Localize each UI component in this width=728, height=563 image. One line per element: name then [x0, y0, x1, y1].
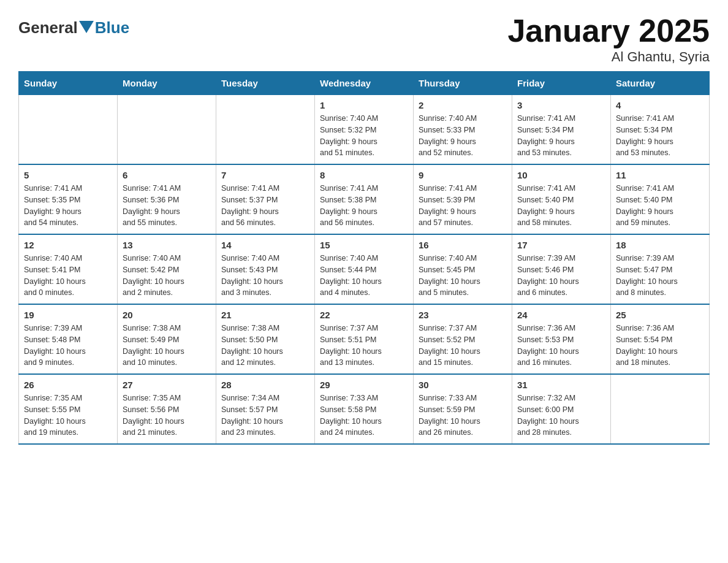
- day-info: Sunrise: 7:37 AMSunset: 5:52 PMDaylight:…: [419, 323, 507, 369]
- calendar-week-row: 1Sunrise: 7:40 AMSunset: 5:32 PMDaylight…: [19, 95, 710, 165]
- day-number: 28: [221, 380, 309, 390]
- day-info: Sunrise: 7:35 AMSunset: 5:55 PMDaylight:…: [24, 393, 112, 439]
- day-number: 27: [123, 380, 211, 390]
- day-info: Sunrise: 7:40 AMSunset: 5:44 PMDaylight:…: [320, 253, 408, 299]
- day-info: Sunrise: 7:40 AMSunset: 5:33 PMDaylight:…: [419, 113, 507, 159]
- day-info: Sunrise: 7:33 AMSunset: 5:58 PMDaylight:…: [320, 393, 408, 439]
- calendar-cell: 26Sunrise: 7:35 AMSunset: 5:55 PMDayligh…: [19, 374, 118, 444]
- calendar-header-row: SundayMondayTuesdayWednesdayThursdayFrid…: [19, 72, 710, 95]
- calendar-cell: 15Sunrise: 7:40 AMSunset: 5:44 PMDayligh…: [315, 234, 414, 304]
- calendar-cell: 1Sunrise: 7:40 AMSunset: 5:32 PMDaylight…: [315, 95, 414, 165]
- calendar-cell: 23Sunrise: 7:37 AMSunset: 5:52 PMDayligh…: [414, 304, 512, 374]
- day-number: 17: [517, 240, 605, 250]
- day-number: 2: [419, 100, 507, 110]
- calendar-week-row: 26Sunrise: 7:35 AMSunset: 5:55 PMDayligh…: [19, 374, 710, 444]
- day-info: Sunrise: 7:41 AMSunset: 5:36 PMDaylight:…: [123, 183, 211, 229]
- logo-triangle-icon: [79, 21, 94, 33]
- calendar-cell: 31Sunrise: 7:32 AMSunset: 6:00 PMDayligh…: [512, 374, 611, 444]
- day-number: 5: [24, 170, 112, 180]
- day-number: 21: [221, 310, 309, 320]
- calendar-cell: [611, 374, 710, 444]
- page-header: General Blue January 2025 Al Ghantu, Syr…: [18, 12, 710, 65]
- day-info: Sunrise: 7:41 AMSunset: 5:37 PMDaylight:…: [221, 183, 309, 229]
- day-number: 29: [320, 380, 408, 390]
- calendar-cell: [118, 95, 216, 165]
- day-info: Sunrise: 7:40 AMSunset: 5:41 PMDaylight:…: [24, 253, 112, 299]
- day-number: 31: [517, 380, 605, 390]
- day-number: 24: [517, 310, 605, 320]
- day-number: 25: [616, 310, 704, 320]
- col-header-thursday: Thursday: [414, 72, 512, 95]
- calendar-cell: 19Sunrise: 7:39 AMSunset: 5:48 PMDayligh…: [19, 304, 118, 374]
- day-number: 15: [320, 240, 408, 250]
- day-info: Sunrise: 7:34 AMSunset: 5:57 PMDaylight:…: [221, 393, 309, 439]
- day-info: Sunrise: 7:39 AMSunset: 5:48 PMDaylight:…: [24, 323, 112, 369]
- day-number: 23: [419, 310, 507, 320]
- day-info: Sunrise: 7:41 AMSunset: 5:39 PMDaylight:…: [419, 183, 507, 229]
- calendar-cell: 22Sunrise: 7:37 AMSunset: 5:51 PMDayligh…: [315, 304, 414, 374]
- day-info: Sunrise: 7:40 AMSunset: 5:42 PMDaylight:…: [123, 253, 211, 299]
- calendar-cell: 30Sunrise: 7:33 AMSunset: 5:59 PMDayligh…: [414, 374, 512, 444]
- day-number: 4: [616, 100, 704, 110]
- calendar-cell: 16Sunrise: 7:40 AMSunset: 5:45 PMDayligh…: [414, 234, 512, 304]
- calendar-cell: 29Sunrise: 7:33 AMSunset: 5:58 PMDayligh…: [315, 374, 414, 444]
- day-number: 12: [24, 240, 112, 250]
- day-number: 19: [24, 310, 112, 320]
- calendar-table: SundayMondayTuesdayWednesdayThursdayFrid…: [18, 71, 710, 445]
- calendar-cell: 10Sunrise: 7:41 AMSunset: 5:40 PMDayligh…: [512, 164, 611, 234]
- calendar-cell: 12Sunrise: 7:40 AMSunset: 5:41 PMDayligh…: [19, 234, 118, 304]
- day-number: 22: [320, 310, 408, 320]
- calendar-cell: 3Sunrise: 7:41 AMSunset: 5:34 PMDaylight…: [512, 95, 611, 165]
- calendar-cell: 18Sunrise: 7:39 AMSunset: 5:47 PMDayligh…: [611, 234, 710, 304]
- day-info: Sunrise: 7:38 AMSunset: 5:49 PMDaylight:…: [123, 323, 211, 369]
- calendar-week-row: 12Sunrise: 7:40 AMSunset: 5:41 PMDayligh…: [19, 234, 710, 304]
- day-number: 11: [616, 170, 704, 180]
- day-info: Sunrise: 7:39 AMSunset: 5:47 PMDaylight:…: [616, 253, 704, 299]
- day-info: Sunrise: 7:33 AMSunset: 5:59 PMDaylight:…: [419, 393, 507, 439]
- day-number: 16: [419, 240, 507, 250]
- calendar-cell: 13Sunrise: 7:40 AMSunset: 5:42 PMDayligh…: [118, 234, 216, 304]
- calendar-cell: [19, 95, 118, 165]
- day-info: Sunrise: 7:36 AMSunset: 5:53 PMDaylight:…: [517, 323, 605, 369]
- day-number: 6: [123, 170, 211, 180]
- logo-text-blue: Blue: [95, 18, 129, 37]
- title-block: January 2025 Al Ghantu, Syria: [507, 12, 710, 65]
- day-info: Sunrise: 7:40 AMSunset: 5:45 PMDaylight:…: [419, 253, 507, 299]
- calendar-cell: 5Sunrise: 7:41 AMSunset: 5:35 PMDaylight…: [19, 164, 118, 234]
- day-info: Sunrise: 7:37 AMSunset: 5:51 PMDaylight:…: [320, 323, 408, 369]
- day-info: Sunrise: 7:36 AMSunset: 5:54 PMDaylight:…: [616, 323, 704, 369]
- calendar-cell: 2Sunrise: 7:40 AMSunset: 5:33 PMDaylight…: [414, 95, 512, 165]
- day-number: 7: [221, 170, 309, 180]
- calendar-cell: 25Sunrise: 7:36 AMSunset: 5:54 PMDayligh…: [611, 304, 710, 374]
- calendar-week-row: 19Sunrise: 7:39 AMSunset: 5:48 PMDayligh…: [19, 304, 710, 374]
- day-info: Sunrise: 7:35 AMSunset: 5:56 PMDaylight:…: [123, 393, 211, 439]
- col-header-friday: Friday: [512, 72, 611, 95]
- col-header-saturday: Saturday: [611, 72, 710, 95]
- day-info: Sunrise: 7:32 AMSunset: 6:00 PMDaylight:…: [517, 393, 605, 439]
- calendar-cell: 20Sunrise: 7:38 AMSunset: 5:49 PMDayligh…: [118, 304, 216, 374]
- calendar-cell: 11Sunrise: 7:41 AMSunset: 5:40 PMDayligh…: [611, 164, 710, 234]
- day-info: Sunrise: 7:41 AMSunset: 5:38 PMDaylight:…: [320, 183, 408, 229]
- calendar-cell: 27Sunrise: 7:35 AMSunset: 5:56 PMDayligh…: [118, 374, 216, 444]
- day-number: 1: [320, 100, 408, 110]
- day-info: Sunrise: 7:38 AMSunset: 5:50 PMDaylight:…: [221, 323, 309, 369]
- day-number: 3: [517, 100, 605, 110]
- day-info: Sunrise: 7:41 AMSunset: 5:40 PMDaylight:…: [517, 183, 605, 229]
- day-number: 9: [419, 170, 507, 180]
- logo-text-general: General: [18, 18, 78, 37]
- logo: General Blue: [18, 18, 129, 37]
- day-number: 18: [616, 240, 704, 250]
- day-number: 13: [123, 240, 211, 250]
- day-number: 8: [320, 170, 408, 180]
- calendar-cell: 8Sunrise: 7:41 AMSunset: 5:38 PMDaylight…: [315, 164, 414, 234]
- day-info: Sunrise: 7:41 AMSunset: 5:34 PMDaylight:…: [517, 113, 605, 159]
- calendar-cell: [216, 95, 315, 165]
- calendar-cell: 28Sunrise: 7:34 AMSunset: 5:57 PMDayligh…: [216, 374, 315, 444]
- day-info: Sunrise: 7:41 AMSunset: 5:40 PMDaylight:…: [616, 183, 704, 229]
- col-header-sunday: Sunday: [19, 72, 118, 95]
- day-number: 30: [419, 380, 507, 390]
- day-number: 14: [221, 240, 309, 250]
- day-info: Sunrise: 7:41 AMSunset: 5:34 PMDaylight:…: [616, 113, 704, 159]
- calendar-cell: 21Sunrise: 7:38 AMSunset: 5:50 PMDayligh…: [216, 304, 315, 374]
- page-title: January 2025: [507, 12, 710, 49]
